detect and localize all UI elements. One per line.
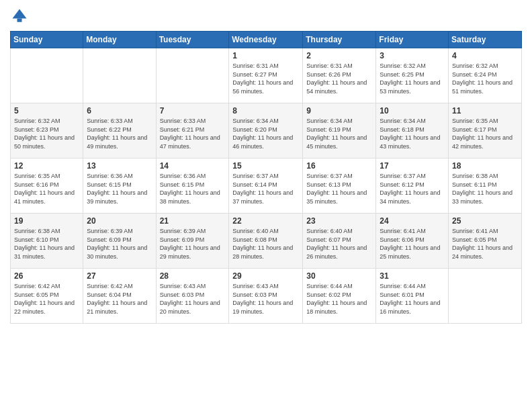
day-info: Sunrise: 6:34 AMSunset: 6:18 PMDaylight:… (380, 117, 445, 150)
weekday-header-thursday: Thursday (303, 32, 376, 48)
day-info: Sunrise: 6:40 AMSunset: 6:08 PMDaylight:… (232, 227, 299, 261)
day-info: Sunrise: 6:43 AMSunset: 6:03 PMDaylight:… (232, 282, 299, 316)
day-number: 20 (87, 216, 152, 226)
day-info: Sunrise: 6:32 AMSunset: 6:23 PMDaylight:… (14, 117, 79, 150)
weekday-row: SundayMondayTuesdayWednesdayThursdayFrid… (11, 32, 522, 48)
calendar-cell: 20Sunrise: 6:39 AMSunset: 6:09 PMDayligh… (83, 214, 156, 269)
day-number: 22 (232, 216, 299, 226)
day-number: 9 (306, 106, 372, 116)
day-info: Sunrise: 6:41 AMSunset: 6:06 PMDaylight:… (380, 227, 445, 261)
day-number: 19 (14, 216, 79, 226)
day-info: Sunrise: 6:37 AMSunset: 6:13 PMDaylight:… (306, 172, 372, 205)
day-number: 29 (232, 271, 299, 281)
calendar-cell: 22Sunrise: 6:40 AMSunset: 6:08 PMDayligh… (229, 214, 303, 269)
logo-icon (10, 7, 29, 26)
day-number: 28 (160, 271, 226, 281)
svg-rect-1 (17, 19, 22, 22)
weekday-header-saturday: Saturday (449, 32, 522, 48)
day-info: Sunrise: 6:36 AMSunset: 6:15 PMDaylight:… (87, 172, 152, 205)
calendar-cell: 7Sunrise: 6:33 AMSunset: 6:21 PMDaylight… (156, 103, 229, 158)
calendar-cell: 4Sunrise: 6:32 AMSunset: 6:24 PMDaylight… (449, 48, 522, 103)
day-number: 5 (14, 106, 79, 116)
day-info: Sunrise: 6:41 AMSunset: 6:05 PMDaylight:… (452, 227, 518, 261)
day-info: Sunrise: 6:31 AMSunset: 6:27 PMDaylight:… (232, 62, 299, 95)
week-row-0: 1Sunrise: 6:31 AMSunset: 6:27 PMDaylight… (11, 48, 522, 103)
calendar-cell: 23Sunrise: 6:40 AMSunset: 6:07 PMDayligh… (303, 214, 376, 269)
day-number: 26 (14, 271, 79, 281)
calendar-cell: 27Sunrise: 6:42 AMSunset: 6:04 PMDayligh… (83, 269, 156, 324)
day-number: 7 (160, 106, 226, 116)
day-number: 27 (87, 271, 152, 281)
day-info: Sunrise: 6:40 AMSunset: 6:07 PMDaylight:… (306, 227, 372, 261)
day-info: Sunrise: 6:35 AMSunset: 6:16 PMDaylight:… (14, 172, 79, 205)
day-info: Sunrise: 6:43 AMSunset: 6:03 PMDaylight:… (160, 282, 226, 316)
day-info: Sunrise: 6:39 AMSunset: 6:09 PMDaylight:… (87, 227, 152, 261)
day-number: 23 (306, 216, 372, 226)
calendar-cell: 19Sunrise: 6:38 AMSunset: 6:10 PMDayligh… (11, 214, 83, 269)
calendar-cell: 16Sunrise: 6:37 AMSunset: 6:13 PMDayligh… (303, 158, 376, 214)
week-row-2: 12Sunrise: 6:35 AMSunset: 6:16 PMDayligh… (11, 158, 522, 214)
day-number: 18 (452, 161, 518, 171)
calendar-cell: 2Sunrise: 6:31 AMSunset: 6:26 PMDaylight… (303, 48, 376, 103)
calendar-cell: 17Sunrise: 6:37 AMSunset: 6:12 PMDayligh… (376, 158, 449, 214)
weekday-header-friday: Friday (376, 32, 449, 48)
calendar-header: SundayMondayTuesdayWednesdayThursdayFrid… (11, 32, 522, 48)
calendar-cell: 8Sunrise: 6:34 AMSunset: 6:20 PMDaylight… (229, 103, 303, 158)
day-info: Sunrise: 6:32 AMSunset: 6:24 PMDaylight:… (452, 62, 518, 95)
day-info: Sunrise: 6:44 AMSunset: 6:01 PMDaylight:… (380, 282, 445, 316)
day-info: Sunrise: 6:36 AMSunset: 6:15 PMDaylight:… (160, 172, 226, 205)
calendar-cell: 3Sunrise: 6:32 AMSunset: 6:25 PMDaylight… (376, 48, 449, 103)
calendar-cell: 31Sunrise: 6:44 AMSunset: 6:01 PMDayligh… (376, 269, 449, 324)
day-number: 10 (380, 106, 445, 116)
calendar-cell: 21Sunrise: 6:39 AMSunset: 6:09 PMDayligh… (156, 214, 229, 269)
day-number: 11 (452, 106, 518, 116)
day-info: Sunrise: 6:33 AMSunset: 6:21 PMDaylight:… (160, 117, 226, 150)
day-info: Sunrise: 6:39 AMSunset: 6:09 PMDaylight:… (160, 227, 226, 261)
day-number: 3 (380, 51, 445, 60)
calendar-cell: 29Sunrise: 6:43 AMSunset: 6:03 PMDayligh… (229, 269, 303, 324)
page: SundayMondayTuesdayWednesdayThursdayFrid… (0, 0, 532, 411)
day-number: 25 (452, 216, 518, 226)
day-number: 2 (306, 51, 372, 60)
day-info: Sunrise: 6:44 AMSunset: 6:02 PMDaylight:… (306, 282, 372, 316)
weekday-header-wednesday: Wednesday (229, 32, 303, 48)
calendar-cell: 25Sunrise: 6:41 AMSunset: 6:05 PMDayligh… (449, 214, 522, 269)
day-number: 12 (14, 161, 79, 171)
day-number: 8 (232, 106, 299, 116)
calendar-cell: 1Sunrise: 6:31 AMSunset: 6:27 PMDaylight… (229, 48, 303, 103)
calendar-cell: 14Sunrise: 6:36 AMSunset: 6:15 PMDayligh… (156, 158, 229, 214)
day-info: Sunrise: 6:32 AMSunset: 6:25 PMDaylight:… (380, 62, 445, 95)
calendar-cell: 18Sunrise: 6:38 AMSunset: 6:11 PMDayligh… (449, 158, 522, 214)
week-row-4: 26Sunrise: 6:42 AMSunset: 6:05 PMDayligh… (11, 269, 522, 324)
calendar-cell: 28Sunrise: 6:43 AMSunset: 6:03 PMDayligh… (156, 269, 229, 324)
day-info: Sunrise: 6:37 AMSunset: 6:12 PMDaylight:… (380, 172, 445, 205)
day-number: 14 (160, 161, 226, 171)
calendar-body: 1Sunrise: 6:31 AMSunset: 6:27 PMDaylight… (11, 48, 522, 324)
day-number: 30 (306, 271, 372, 281)
day-info: Sunrise: 6:33 AMSunset: 6:22 PMDaylight:… (87, 117, 152, 150)
calendar-table: SundayMondayTuesdayWednesdayThursdayFrid… (10, 31, 522, 324)
header (10, 7, 522, 26)
calendar-cell: 9Sunrise: 6:34 AMSunset: 6:19 PMDaylight… (303, 103, 376, 158)
calendar-cell: 10Sunrise: 6:34 AMSunset: 6:18 PMDayligh… (376, 103, 449, 158)
calendar-cell: 24Sunrise: 6:41 AMSunset: 6:06 PMDayligh… (376, 214, 449, 269)
calendar-cell: 13Sunrise: 6:36 AMSunset: 6:15 PMDayligh… (83, 158, 156, 214)
day-info: Sunrise: 6:38 AMSunset: 6:10 PMDaylight:… (14, 227, 79, 261)
day-number: 24 (380, 216, 445, 226)
calendar-cell (11, 48, 83, 103)
day-info: Sunrise: 6:35 AMSunset: 6:17 PMDaylight:… (452, 117, 518, 150)
day-info: Sunrise: 6:42 AMSunset: 6:04 PMDaylight:… (87, 282, 152, 316)
day-info: Sunrise: 6:34 AMSunset: 6:19 PMDaylight:… (306, 117, 372, 150)
day-number: 1 (232, 51, 299, 60)
day-info: Sunrise: 6:34 AMSunset: 6:20 PMDaylight:… (232, 117, 299, 150)
logo (10, 7, 32, 26)
calendar-cell: 15Sunrise: 6:37 AMSunset: 6:14 PMDayligh… (229, 158, 303, 214)
week-row-1: 5Sunrise: 6:32 AMSunset: 6:23 PMDaylight… (11, 103, 522, 158)
weekday-header-sunday: Sunday (11, 32, 83, 48)
calendar-cell: 6Sunrise: 6:33 AMSunset: 6:22 PMDaylight… (83, 103, 156, 158)
day-info: Sunrise: 6:42 AMSunset: 6:05 PMDaylight:… (14, 282, 79, 316)
calendar-cell: 5Sunrise: 6:32 AMSunset: 6:23 PMDaylight… (11, 103, 83, 158)
calendar-cell (156, 48, 229, 103)
weekday-header-monday: Monday (83, 32, 156, 48)
day-number: 21 (160, 216, 226, 226)
